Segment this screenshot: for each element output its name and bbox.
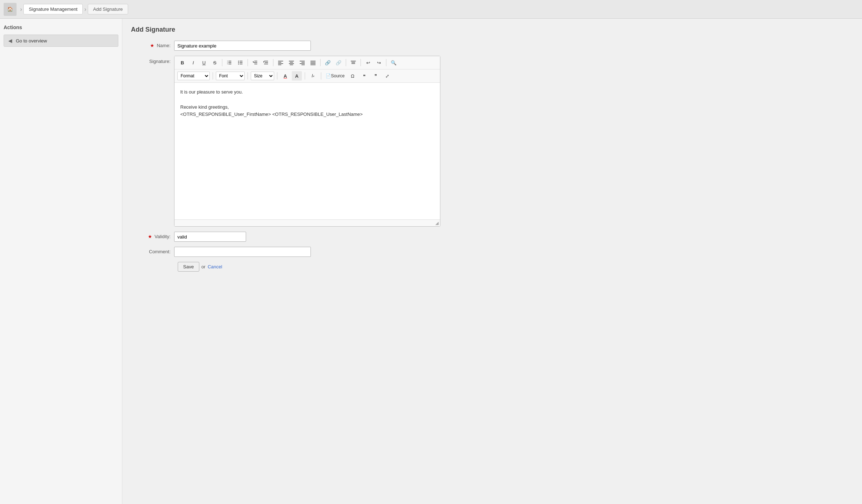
separator-9 — [248, 72, 248, 80]
svg-rect-9 — [240, 62, 242, 63]
find-button[interactable]: 🔍 — [389, 58, 399, 67]
go-to-overview-button[interactable]: ◀ Go to overview — [4, 35, 118, 47]
comment-row: Comment: — [131, 247, 853, 257]
svg-rect-16 — [264, 61, 268, 62]
separator-1 — [222, 59, 222, 66]
separator-4 — [320, 59, 321, 66]
separator-3 — [273, 59, 273, 66]
unordered-list-button[interactable] — [235, 58, 245, 67]
main-layout: Actions ◀ Go to overview Add Signature ★… — [0, 19, 862, 504]
or-text: or — [201, 264, 206, 269]
validity-required: ★ — [148, 234, 152, 239]
validity-row: ★ Validity: — [131, 232, 853, 242]
source-button[interactable]: 📄 Source — [324, 71, 346, 81]
breadcrumb: 🏠 › Signature Management › Add Signature — [0, 0, 862, 19]
go-to-overview-label: Go to overview — [16, 38, 47, 44]
editor-wrapper: B I U S 123 — [174, 56, 440, 227]
align-center-button[interactable] — [286, 58, 296, 67]
underline-button[interactable]: U — [199, 58, 209, 67]
redo-button[interactable]: ↪ — [374, 58, 384, 67]
editor-toolbar-bottom: Format Font Size A A Ix — [174, 69, 440, 83]
cancel-button[interactable]: Cancel — [208, 264, 222, 269]
size-select[interactable]: Size — [251, 72, 274, 80]
font-color-button[interactable]: A — [280, 71, 290, 81]
editor-line-2 — [180, 96, 434, 104]
back-arrow-icon: ◀ — [8, 38, 12, 44]
svg-rect-12 — [254, 61, 257, 62]
svg-rect-31 — [301, 65, 305, 65]
bold-button[interactable]: B — [177, 58, 187, 67]
content-area: Add Signature ★ Name: Signature: B I U S — [122, 19, 862, 504]
svg-rect-38 — [351, 63, 355, 64]
svg-rect-22 — [278, 63, 283, 64]
indent-increase-button[interactable] — [261, 58, 271, 67]
svg-rect-30 — [300, 63, 305, 64]
svg-rect-29 — [301, 62, 305, 63]
svg-rect-20 — [278, 61, 283, 62]
svg-text:3: 3 — [227, 63, 228, 65]
blockquote-button[interactable] — [348, 58, 358, 67]
clear-format-button[interactable]: Ix — [308, 71, 318, 81]
name-required: ★ — [150, 43, 154, 48]
strikethrough-button[interactable]: S — [210, 58, 220, 67]
name-input[interactable] — [174, 41, 311, 51]
fullscreen-button[interactable]: ⤢ — [382, 71, 392, 81]
editor-body[interactable]: It is our pleasure to serve you. Receive… — [174, 83, 440, 219]
format-select[interactable]: Format — [177, 72, 210, 80]
special-char-button[interactable]: Ω — [348, 71, 358, 81]
name-row: ★ Name: — [131, 41, 853, 51]
separator-8 — [213, 72, 213, 80]
editor-line-3: Receive kind greetings, — [180, 104, 434, 111]
bg-color-button[interactable]: A — [292, 71, 302, 81]
svg-rect-14 — [254, 64, 257, 64]
name-label: ★ Name: — [131, 41, 174, 51]
ordered-list-button[interactable]: 123 — [224, 58, 235, 67]
blockquote-open-button[interactable]: ❝ — [359, 71, 369, 81]
sidebar-title: Actions — [4, 24, 118, 30]
font-select[interactable]: Font — [216, 72, 245, 80]
svg-point-10 — [238, 64, 239, 64]
signature-row: Signature: B I U S 123 — [131, 56, 853, 227]
separator-7 — [386, 59, 386, 66]
editor-toolbar-top: B I U S 123 — [174, 56, 440, 69]
resize-icon: ◢ — [435, 221, 439, 226]
svg-rect-33 — [310, 62, 316, 63]
breadcrumb-add-signature: Add Signature — [88, 4, 128, 14]
separator-10 — [277, 72, 277, 80]
comment-input[interactable] — [174, 247, 311, 257]
link-button[interactable]: 🔗 — [323, 58, 333, 67]
editor-line-1: It is our pleasure to serve you. — [180, 88, 434, 96]
align-right-button[interactable] — [297, 58, 307, 67]
svg-marker-15 — [253, 61, 254, 63]
validity-input[interactable] — [174, 232, 246, 242]
source-icon: 📄 — [326, 73, 331, 78]
breadcrumb-separator-2: › — [84, 6, 86, 13]
svg-rect-11 — [240, 64, 242, 64]
svg-rect-2 — [228, 64, 231, 64]
svg-rect-0 — [228, 61, 231, 62]
svg-point-6 — [238, 61, 239, 62]
indent-decrease-button[interactable] — [250, 58, 260, 67]
home-icon: 🏠 — [7, 6, 13, 12]
svg-rect-13 — [254, 62, 257, 63]
action-row: Save or Cancel — [131, 262, 853, 272]
svg-marker-19 — [263, 61, 264, 63]
svg-rect-34 — [310, 63, 316, 64]
svg-rect-27 — [290, 65, 293, 65]
align-left-button[interactable] — [276, 58, 286, 67]
blockquote-close-button[interactable]: ❞ — [371, 71, 381, 81]
italic-button[interactable]: I — [188, 58, 198, 67]
undo-button[interactable]: ↩ — [363, 58, 373, 67]
breadcrumb-separator: › — [20, 6, 22, 13]
svg-rect-36 — [351, 61, 356, 62]
align-justify-button[interactable] — [308, 58, 318, 67]
page-title: Add Signature — [131, 26, 853, 33]
save-button[interactable]: Save — [178, 262, 199, 272]
breadcrumb-signature-management[interactable]: Signature Management — [23, 4, 83, 14]
unlink-button[interactable]: 🔗 — [334, 58, 344, 67]
svg-rect-26 — [289, 63, 294, 64]
sidebar: Actions ◀ Go to overview — [0, 19, 122, 504]
svg-rect-18 — [264, 64, 268, 64]
home-button[interactable]: 🏠 — [4, 3, 17, 16]
svg-rect-23 — [278, 65, 281, 65]
